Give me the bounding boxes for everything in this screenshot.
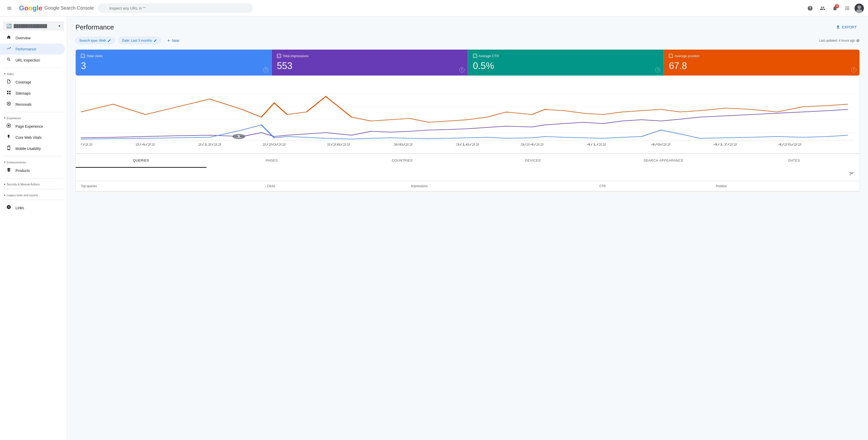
- metric-position-help[interactable]: ?: [851, 67, 857, 72]
- tab-queries[interactable]: QUERIES: [76, 154, 207, 168]
- collapse-icon-5: ▸: [4, 194, 6, 197]
- home-icon: [6, 35, 11, 41]
- metric-clicks-check: [81, 54, 85, 58]
- notifications-button[interactable]: 5: [830, 3, 840, 13]
- sidebar-item-products[interactable]: Products: [0, 165, 65, 176]
- metric-impressions-check: [277, 54, 281, 58]
- performance-chart: 1 1/27/22 2/4/22 2/12/22 2/20/22 2/28/22…: [81, 81, 854, 148]
- svg-point-9: [8, 125, 9, 126]
- svg-text:3/24/22: 3/24/22: [520, 143, 544, 146]
- url-inspection-icon: [6, 57, 11, 63]
- sidebar-item-coverage[interactable]: Coverage: [0, 77, 65, 88]
- sidebar-item-sitemaps[interactable]: Sitemaps: [0, 88, 65, 99]
- tab-dates-label: DATES: [788, 158, 800, 163]
- topbar: Google Google Search Console 5: [0, 0, 868, 17]
- export-button[interactable]: EXPORT: [833, 23, 860, 32]
- property-selector[interactable]: 🔄 ██████████████ ▾: [3, 22, 64, 30]
- sidebar-item-url-inspection[interactable]: URL inspection: [0, 55, 65, 66]
- tab-dates[interactable]: DATES: [729, 154, 860, 168]
- filter-rows-button[interactable]: [848, 171, 854, 178]
- avatar[interactable]: [855, 4, 864, 13]
- sidebar-page-experience-label: Page Experience: [16, 124, 43, 128]
- metric-card-ctr[interactable]: Average CTR 0.5% ?: [468, 50, 664, 76]
- svg-text:1: 1: [237, 135, 241, 138]
- sidebar-item-overview[interactable]: Overview: [0, 32, 65, 43]
- nav-divider-4: [4, 178, 63, 178]
- metric-card-clicks[interactable]: Total clicks 3 ?: [76, 50, 272, 76]
- svg-text:2/12/22: 2/12/22: [198, 143, 221, 146]
- col-impressions-label: Impressions: [411, 184, 428, 188]
- menu-button[interactable]: [4, 3, 14, 13]
- metric-card-impressions[interactable]: Total impressions 553 ?: [272, 50, 468, 76]
- metric-position-check: [669, 54, 673, 58]
- metric-impressions-header: Total impressions: [277, 54, 462, 58]
- links-icon: [6, 205, 11, 211]
- security-section-header[interactable]: ▸ Security & Manual Actions: [0, 180, 67, 187]
- experience-section-header[interactable]: ▾ Experience: [0, 114, 67, 121]
- metric-ctr-check: [473, 54, 477, 58]
- table-section: Top queries ↓ Clicks Impressions CTR: [75, 168, 860, 192]
- sidebar-item-links[interactable]: Links: [0, 202, 65, 213]
- nav-divider-3: [4, 156, 63, 156]
- search-type-label: Search type: Web: [79, 38, 106, 42]
- new-filter-button[interactable]: New: [164, 37, 182, 44]
- products-icon: [6, 168, 11, 173]
- legacy-section-header[interactable]: ▸ Legacy tools and reports: [0, 191, 67, 198]
- experience-section-label: Experience: [7, 117, 21, 120]
- collapse-icon: ▾: [4, 72, 6, 76]
- date-range-filter[interactable]: Date: Last 3 months: [118, 37, 161, 44]
- svg-rect-4: [7, 91, 8, 92]
- metric-ctr-value: 0.5%: [473, 60, 658, 71]
- sort-clicks-icon: ↓: [265, 184, 267, 188]
- col-header-impressions: Impressions: [406, 181, 594, 191]
- col-header-ctr: CTR: [594, 181, 711, 191]
- manage-users-button[interactable]: [817, 3, 828, 13]
- last-updated-text: Last updated: 4 hours ago: [819, 39, 855, 42]
- nav-divider-2: [4, 112, 63, 112]
- help-button[interactable]: [805, 3, 815, 13]
- sidebar-item-page-experience[interactable]: Page Experience: [0, 121, 65, 132]
- sidebar-links-label: Links: [16, 206, 24, 210]
- col-position-label: Position: [716, 184, 727, 188]
- tab-devices[interactable]: DEVICES: [468, 154, 598, 168]
- sidebar-products-label: Products: [16, 169, 30, 173]
- sidebar-overview-label: Overview: [16, 36, 30, 40]
- search-input[interactable]: [98, 3, 253, 13]
- core-web-vitals-icon: [6, 135, 11, 140]
- search-type-filter[interactable]: Search type: Web: [75, 37, 115, 44]
- metric-ctr-help[interactable]: ?: [655, 67, 660, 72]
- mobile-usability-icon: [6, 146, 11, 151]
- sidebar-item-performance[interactable]: Performance: [0, 43, 65, 55]
- svg-text:4/17/22: 4/17/22: [714, 143, 737, 146]
- enhancements-section-header[interactable]: ▾ Enhancements: [0, 158, 67, 165]
- col-header-clicks[interactable]: ↓ Clicks: [259, 181, 406, 191]
- tab-countries[interactable]: COUNTRIES: [337, 154, 468, 168]
- sidebar-item-core-web-vitals[interactable]: Core Web Vitals: [0, 132, 65, 143]
- metric-card-position[interactable]: Average position 67.8 ?: [664, 50, 860, 76]
- main-content: Performance EXPORT Search type: Web Date…: [67, 17, 868, 440]
- date-range-label: Date: Last 3 months: [122, 38, 152, 42]
- security-section-label: Security & Manual Actions: [7, 183, 40, 186]
- svg-rect-5: [9, 91, 10, 92]
- sidebar-mobile-usability-label: Mobile Usability: [16, 147, 41, 151]
- app: Google Google Search Console 5: [0, 0, 868, 440]
- page-title: Performance: [75, 23, 114, 31]
- col-queries-label: Top queries: [81, 184, 97, 188]
- apps-button[interactable]: [842, 3, 852, 13]
- sidebar-item-mobile-usability[interactable]: Mobile Usability: [0, 143, 65, 154]
- sitemaps-icon: [6, 90, 11, 96]
- svg-text:1/27/22: 1/27/22: [81, 143, 93, 146]
- notification-badge: 5: [835, 4, 839, 8]
- metric-clicks-help[interactable]: ?: [263, 67, 269, 72]
- tab-search-appearance[interactable]: SEARCH APPEARANCE: [598, 154, 729, 168]
- topbar-actions: 5: [805, 3, 864, 13]
- metric-impressions-label: Total impressions: [283, 54, 308, 58]
- page-header: Performance EXPORT: [75, 23, 860, 32]
- index-section-header[interactable]: ▾ Index: [0, 70, 67, 77]
- metric-impressions-help[interactable]: ?: [459, 67, 464, 72]
- tab-pages[interactable]: PAGES: [207, 154, 337, 168]
- index-section-label: Index: [7, 72, 14, 76]
- sidebar-item-removals[interactable]: Removals: [0, 99, 65, 110]
- collapse-icon-2: ▾: [4, 116, 6, 120]
- nav-divider-5: [4, 189, 63, 189]
